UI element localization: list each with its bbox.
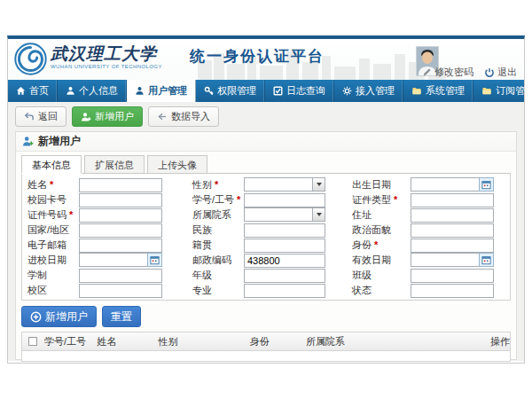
required-marker: * <box>215 179 218 190</box>
status-input[interactable] <box>411 284 494 298</box>
major-input[interactable] <box>244 284 325 298</box>
required-marker: * <box>69 209 73 220</box>
logout-link[interactable]: 退出 <box>484 66 517 79</box>
calendar-icon[interactable] <box>479 253 494 267</box>
campus-card-no-label: 校园卡号 <box>27 193 79 207</box>
reset-button[interactable]: 重置 <box>102 306 141 327</box>
main-nav: 首页个人信息用户管理权限管理日志查询接入管理系统管理订阅管理 <box>8 80 524 102</box>
required-marker: * <box>374 239 378 250</box>
required-marker: * <box>394 194 397 205</box>
name-input[interactable] <box>79 178 162 192</box>
dropdown-arrow-icon[interactable] <box>312 207 325 222</box>
postal-code-input[interactable] <box>244 254 325 268</box>
department-input[interactable] <box>244 207 312 222</box>
nav-tab-log-query[interactable]: 日志查询 <box>265 80 334 102</box>
app-window: 武汉理工大学 WUHAN UNIVERSITY OF TECHNOLOGY 统一… <box>7 35 525 364</box>
political-status-label: 政治面貌 <box>352 223 411 237</box>
submit-add-user-button[interactable]: 新增用户 <box>21 306 97 327</box>
content-area: 返回 新增用户 数据导入 <box>8 102 524 361</box>
import-arrow-icon <box>157 112 168 121</box>
nav-tab-subscription-management[interactable]: 订阅管理 <box>473 80 532 102</box>
gender-input[interactable] <box>244 177 312 192</box>
birth-date-input[interactable] <box>411 177 479 192</box>
dropdown-arrow-icon[interactable] <box>312 177 325 192</box>
user-icon <box>135 86 145 96</box>
valid-date-input[interactable] <box>411 253 479 267</box>
panel-title: 新增用户 <box>38 134 81 149</box>
user-icon <box>66 86 75 96</box>
folder-icon <box>481 86 492 96</box>
calendar-icon[interactable] <box>479 177 494 192</box>
form-tab-basic-info[interactable]: 基本信息 <box>21 155 82 173</box>
select-all-checkbox[interactable] <box>28 337 37 346</box>
campus-card-no-input[interactable] <box>79 193 162 207</box>
nav-tab-permission-management[interactable]: 权限管理 <box>196 80 265 102</box>
ethnicity-label: 民族 <box>192 223 244 237</box>
id-number-input[interactable] <box>79 208 162 223</box>
folder-icon <box>411 86 422 96</box>
back-arrow-icon <box>24 112 35 121</box>
data-import-button[interactable]: 数据导入 <box>148 106 219 127</box>
nav-tab-label: 接入管理 <box>356 84 395 98</box>
nav-tab-label: 权限管理 <box>217 84 256 98</box>
identity-input[interactable] <box>411 239 494 253</box>
entry-date-label: 进校日期 <box>27 254 79 267</box>
name-label: 姓名* <box>27 178 79 192</box>
university-logo <box>14 43 47 75</box>
table-header-1: 姓名 <box>95 335 156 348</box>
id-type-input[interactable] <box>411 193 494 207</box>
key-icon <box>204 86 214 96</box>
table-header-3: 身份 <box>248 335 304 348</box>
calendar-icon[interactable] <box>147 253 162 267</box>
ethnicity-input[interactable] <box>244 223 325 238</box>
education-length-label: 学制 <box>27 269 79 282</box>
political-status-input[interactable] <box>411 223 494 238</box>
native-place-input[interactable] <box>244 239 325 253</box>
required-marker: * <box>237 194 240 205</box>
form-tab-extended-info[interactable]: 扩展信息 <box>84 155 145 173</box>
add-user-icon <box>81 112 91 122</box>
pencil-icon <box>422 67 432 77</box>
checklist-icon <box>273 86 283 96</box>
add-user-title-icon <box>22 136 34 147</box>
change-password-link[interactable]: 修改密码 <box>422 66 473 79</box>
class-label: 班级 <box>352 269 411 282</box>
class-input[interactable] <box>411 269 494 283</box>
status-label: 状态 <box>352 284 411 297</box>
student-staff-id-input[interactable] <box>244 193 325 207</box>
nav-tab-profile[interactable]: 个人信息 <box>58 80 127 102</box>
circle-plus-icon <box>30 311 42 323</box>
table-empty-row <box>22 351 510 361</box>
nav-tab-home[interactable]: 首页 <box>8 80 58 102</box>
native-place-label: 籍贯 <box>192 239 244 252</box>
address-input[interactable] <box>411 208 494 223</box>
id-number-label: 证件号码* <box>27 208 79 222</box>
university-name-block: 武汉理工大学 WUHAN UNIVERSITY OF TECHNOLOGY <box>51 44 162 69</box>
entry-date-input[interactable] <box>79 253 147 267</box>
form-tab-upload-avatar[interactable]: 上传头像 <box>147 155 207 173</box>
home-icon <box>16 86 26 96</box>
table-header-4: 所属院系 <box>304 335 489 348</box>
nav-tab-label: 系统管理 <box>426 84 465 98</box>
platform-title: 统一身份认证平台 <box>190 46 325 66</box>
education-length-input[interactable] <box>79 269 162 283</box>
nav-tab-user-management[interactable]: 用户管理 <box>127 80 196 102</box>
power-icon <box>484 67 495 78</box>
back-button[interactable]: 返回 <box>15 106 66 127</box>
valid-date-label: 有效日期 <box>352 254 411 267</box>
grade-input[interactable] <box>244 269 325 283</box>
nav-tab-access-management[interactable]: 接入管理 <box>334 80 403 102</box>
campus-input[interactable] <box>79 284 162 298</box>
gear-icon <box>342 86 352 96</box>
country-region-label: 国家/地区 <box>27 223 79 237</box>
country-region-input[interactable] <box>79 223 162 238</box>
form-actions: 新增用户 重置 <box>21 306 511 327</box>
add-user-toolbar-button[interactable]: 新增用户 <box>72 106 143 127</box>
nav-tab-system-management[interactable]: 系统管理 <box>403 80 473 102</box>
postal-code-label: 邮政编码 <box>192 254 244 267</box>
email-input[interactable] <box>79 239 162 253</box>
users-table: 学号/工号姓名性别身份所属院系操作 <box>21 332 511 362</box>
gender-label: 性别* <box>192 178 244 192</box>
table-header-row: 学号/工号姓名性别身份所属院系操作 <box>22 332 510 351</box>
panel-body: 基本信息扩展信息上传头像 姓名*性别*出生日期校园卡号学号/工号*证件类型*证件… <box>16 152 516 362</box>
